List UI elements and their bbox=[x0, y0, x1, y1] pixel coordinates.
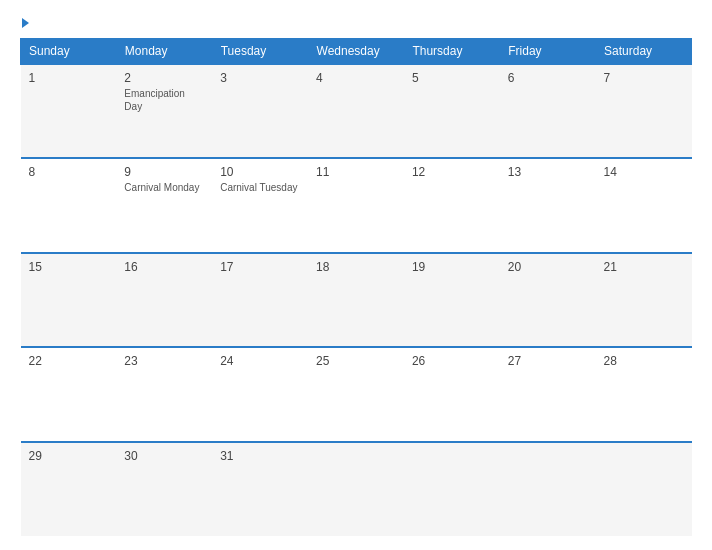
day-number: 27 bbox=[508, 354, 588, 368]
day-number: 24 bbox=[220, 354, 300, 368]
day-number: 1 bbox=[29, 71, 109, 85]
weekday-header-wednesday: Wednesday bbox=[308, 39, 404, 65]
calendar-cell: 29 bbox=[21, 442, 117, 536]
calendar-cell: 1 bbox=[21, 64, 117, 158]
calendar-cell: 22 bbox=[21, 347, 117, 441]
weekday-header-sunday: Sunday bbox=[21, 39, 117, 65]
calendar-cell: 26 bbox=[404, 347, 500, 441]
day-number: 29 bbox=[29, 449, 109, 463]
day-number: 14 bbox=[604, 165, 684, 179]
logo-triangle-icon bbox=[22, 18, 29, 28]
day-number: 13 bbox=[508, 165, 588, 179]
day-number: 22 bbox=[29, 354, 109, 368]
day-number: 15 bbox=[29, 260, 109, 274]
logo-blue-text bbox=[20, 18, 29, 28]
calendar-cell: 16 bbox=[116, 253, 212, 347]
calendar-cell bbox=[404, 442, 500, 536]
day-number: 19 bbox=[412, 260, 492, 274]
day-number: 9 bbox=[124, 165, 204, 179]
calendar-cell: 15 bbox=[21, 253, 117, 347]
week-row-1: 12Emancipation Day34567 bbox=[21, 64, 692, 158]
calendar-cell bbox=[500, 442, 596, 536]
calendar-cell: 11 bbox=[308, 158, 404, 252]
week-row-4: 22232425262728 bbox=[21, 347, 692, 441]
calendar-cell: 10Carnival Tuesday bbox=[212, 158, 308, 252]
day-number: 31 bbox=[220, 449, 300, 463]
calendar-cell: 31 bbox=[212, 442, 308, 536]
day-number: 4 bbox=[316, 71, 396, 85]
holiday-label: Carnival Tuesday bbox=[220, 181, 300, 194]
calendar-cell: 9Carnival Monday bbox=[116, 158, 212, 252]
logo bbox=[20, 18, 29, 28]
calendar-cell: 5 bbox=[404, 64, 500, 158]
day-number: 26 bbox=[412, 354, 492, 368]
day-number: 2 bbox=[124, 71, 204, 85]
calendar-cell: 17 bbox=[212, 253, 308, 347]
calendar-cell: 6 bbox=[500, 64, 596, 158]
weekday-header-monday: Monday bbox=[116, 39, 212, 65]
holiday-label: Emancipation Day bbox=[124, 87, 204, 113]
day-number: 7 bbox=[604, 71, 684, 85]
calendar-cell: 30 bbox=[116, 442, 212, 536]
calendar-cell: 12 bbox=[404, 158, 500, 252]
calendar-cell: 28 bbox=[596, 347, 692, 441]
calendar-cell: 27 bbox=[500, 347, 596, 441]
weekday-header-friday: Friday bbox=[500, 39, 596, 65]
week-row-3: 15161718192021 bbox=[21, 253, 692, 347]
weekday-header-thursday: Thursday bbox=[404, 39, 500, 65]
day-number: 30 bbox=[124, 449, 204, 463]
day-number: 20 bbox=[508, 260, 588, 274]
calendar-cell: 24 bbox=[212, 347, 308, 441]
day-number: 11 bbox=[316, 165, 396, 179]
day-number: 17 bbox=[220, 260, 300, 274]
calendar-cell: 3 bbox=[212, 64, 308, 158]
day-number: 23 bbox=[124, 354, 204, 368]
week-row-5: 293031 bbox=[21, 442, 692, 536]
day-number: 6 bbox=[508, 71, 588, 85]
calendar-table: SundayMondayTuesdayWednesdayThursdayFrid… bbox=[20, 38, 692, 536]
holiday-label: Carnival Monday bbox=[124, 181, 204, 194]
day-number: 16 bbox=[124, 260, 204, 274]
calendar-cell: 7 bbox=[596, 64, 692, 158]
calendar-cell: 21 bbox=[596, 253, 692, 347]
calendar-cell: 20 bbox=[500, 253, 596, 347]
week-row-2: 89Carnival Monday10Carnival Tuesday11121… bbox=[21, 158, 692, 252]
day-number: 18 bbox=[316, 260, 396, 274]
day-number: 28 bbox=[604, 354, 684, 368]
day-number: 5 bbox=[412, 71, 492, 85]
day-number: 3 bbox=[220, 71, 300, 85]
calendar-cell: 4 bbox=[308, 64, 404, 158]
calendar-page: SundayMondayTuesdayWednesdayThursdayFrid… bbox=[0, 0, 712, 550]
calendar-cell bbox=[308, 442, 404, 536]
calendar-cell: 25 bbox=[308, 347, 404, 441]
calendar-cell: 23 bbox=[116, 347, 212, 441]
weekday-header-row: SundayMondayTuesdayWednesdayThursdayFrid… bbox=[21, 39, 692, 65]
day-number: 25 bbox=[316, 354, 396, 368]
calendar-cell bbox=[596, 442, 692, 536]
calendar-cell: 19 bbox=[404, 253, 500, 347]
calendar-cell: 18 bbox=[308, 253, 404, 347]
weekday-header-tuesday: Tuesday bbox=[212, 39, 308, 65]
calendar-cell: 13 bbox=[500, 158, 596, 252]
calendar-cell: 14 bbox=[596, 158, 692, 252]
calendar-header bbox=[20, 18, 692, 28]
weekday-header-saturday: Saturday bbox=[596, 39, 692, 65]
day-number: 10 bbox=[220, 165, 300, 179]
day-number: 8 bbox=[29, 165, 109, 179]
calendar-cell: 8 bbox=[21, 158, 117, 252]
day-number: 12 bbox=[412, 165, 492, 179]
day-number: 21 bbox=[604, 260, 684, 274]
calendar-cell: 2Emancipation Day bbox=[116, 64, 212, 158]
